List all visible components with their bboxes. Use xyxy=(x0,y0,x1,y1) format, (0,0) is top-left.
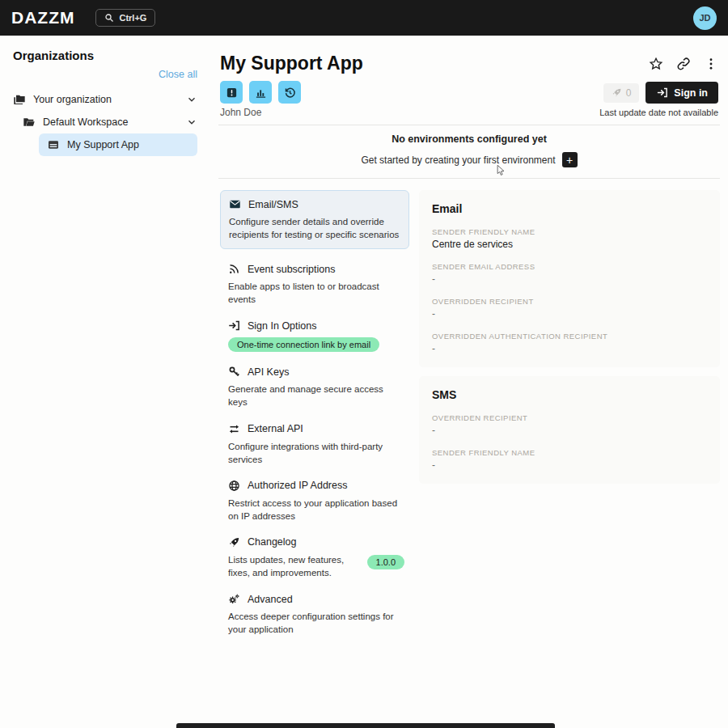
menu-item-description: Generate and manage secure access keys xyxy=(228,383,404,408)
envelope-icon xyxy=(229,198,241,210)
menu-item-label: Authorized IP Address xyxy=(248,480,347,491)
close-all-link[interactable]: Close all xyxy=(13,69,197,80)
app-header: My Support App John Doe xyxy=(218,36,720,125)
environments-banner: No environments configured yet Get start… xyxy=(218,125,720,179)
history-icon xyxy=(284,87,296,99)
sign-in-button[interactable]: Sign in xyxy=(645,82,718,104)
menu-item-email-sms[interactable]: Email/SMS Configure sender details and o… xyxy=(220,190,409,249)
bar-chart-icon xyxy=(255,87,267,99)
history-button[interactable] xyxy=(278,81,301,104)
tree-item-my-support-app[interactable]: My Support App xyxy=(39,133,197,156)
app-info-button[interactable] xyxy=(220,81,243,104)
statistics-button[interactable] xyxy=(249,81,272,104)
menu-item-description: Configure sender details and override re… xyxy=(229,215,400,241)
field-label: OVERRIDEN RECIPIENT xyxy=(432,413,707,422)
organization-tree: Your organization Default Workspace My S… xyxy=(13,88,197,156)
app-logo: DAZZM xyxy=(11,8,74,28)
field-label: OVERRIDDEN RECIPIENT xyxy=(432,297,707,306)
field-label: OVERRIDDEN AUTHENTICATION RECIPIENT xyxy=(432,332,707,341)
card-title: SMS xyxy=(432,388,707,401)
field-value: - xyxy=(432,459,707,471)
field-label: SENDER FRIENDLY NAME xyxy=(432,448,707,457)
field-value: - xyxy=(432,343,707,354)
field-value: - xyxy=(432,273,707,285)
menu-item-label: Advanced xyxy=(248,594,293,605)
field-label: SENDER FRIENDLY NAME xyxy=(432,227,707,236)
boost-count: 0 xyxy=(626,87,632,99)
boost-button[interactable]: 0 xyxy=(603,83,640,103)
menu-item-label: Sign In Options xyxy=(248,320,316,332)
gears-icon xyxy=(228,593,240,605)
kebab-menu-icon[interactable] xyxy=(704,57,718,71)
main-panel: My Support App John Doe xyxy=(210,36,728,728)
environments-subtitle: Get started by creating your first envir… xyxy=(361,154,555,166)
swap-arrows-icon xyxy=(228,423,240,435)
plus-icon: + xyxy=(566,154,573,166)
menu-item-description: Access deeper configuration settings for… xyxy=(228,610,404,636)
menu-item-description: Restrict access to your application base… xyxy=(228,497,404,523)
menu-item-label: Email/SMS xyxy=(248,199,298,210)
card-title: Email xyxy=(432,202,707,215)
field-label: SENDER EMAIL ADDRESS xyxy=(432,262,707,271)
folder-open-icon xyxy=(23,116,36,129)
tree-item-your-organization[interactable]: Your organization xyxy=(13,88,197,111)
sign-in-option-badge: One-time connection link by email xyxy=(228,337,379,352)
header-buttons: 0 Sign in xyxy=(603,82,718,104)
rocket-icon xyxy=(228,536,240,548)
sign-in-label: Sign in xyxy=(674,87,708,99)
menu-item-description: Lists updates, new features, fixes, and … xyxy=(228,553,361,579)
organizations-sidebar: Organizations Close all Your organizatio… xyxy=(0,36,210,728)
email-sms-settings: Email SENDER FRIENDLY NAME Centre de ser… xyxy=(419,190,720,650)
search-icon xyxy=(104,13,114,23)
header-icon-actions xyxy=(649,57,718,71)
owner-name: John Doe xyxy=(220,107,261,118)
menu-item-api-keys[interactable]: API Keys Generate and manage secure acce… xyxy=(228,366,404,408)
menu-item-sign-in-options[interactable]: Sign In Options One-time connection link… xyxy=(228,320,404,352)
menu-item-changelog[interactable]: Changelog Lists updates, new features, f… xyxy=(228,536,404,579)
folders-icon xyxy=(13,93,26,106)
broadcast-icon xyxy=(228,263,240,275)
sign-in-icon xyxy=(228,320,240,332)
tree-item-label: My Support App xyxy=(67,139,139,150)
tree-item-label: Default Workspace xyxy=(43,116,128,128)
changelog-version-badge: 1.0.0 xyxy=(367,555,404,569)
sms-card: SMS OVERRIDEN RECIPIENT - SENDER FRIENDL… xyxy=(419,376,720,484)
add-environment-button[interactable]: + xyxy=(562,152,578,167)
menu-item-label: Changelog xyxy=(248,536,296,548)
sign-in-icon xyxy=(656,87,668,99)
settings-menu: Email/SMS Configure sender details and o… xyxy=(228,190,404,650)
environments-title: No environments configured yet xyxy=(218,133,720,145)
mouse-cursor xyxy=(495,164,507,180)
global-search-button[interactable]: Ctrl+G xyxy=(95,9,155,27)
avatar[interactable]: JD xyxy=(693,6,717,30)
menu-item-label: External API xyxy=(248,423,303,434)
chevron-down-icon[interactable] xyxy=(186,94,197,105)
rocket-icon xyxy=(612,87,622,98)
chevron-down-icon[interactable] xyxy=(186,116,197,128)
menu-item-advanced[interactable]: Advanced Access deeper configuration set… xyxy=(228,593,404,636)
field-value: - xyxy=(432,308,707,320)
menu-item-description: Configure integrations with third-party … xyxy=(228,440,404,466)
menu-item-event-subscriptions[interactable]: Event subscriptions Enable apps to liste… xyxy=(228,263,404,306)
menu-item-authorized-ip[interactable]: Authorized IP Address Restrict access to… xyxy=(228,480,404,523)
email-card: Email SENDER FRIENDLY NAME Centre de ser… xyxy=(419,190,720,367)
favorite-star-icon[interactable] xyxy=(649,57,663,71)
field-value: Centre de services xyxy=(432,239,707,250)
menu-item-label: API Keys xyxy=(248,366,289,378)
window-handle-bar xyxy=(176,723,555,728)
menu-item-description: Enable apps to listen to or broadcast ev… xyxy=(228,280,404,306)
menu-item-external-api[interactable]: External API Configure integrations with… xyxy=(228,423,404,466)
copy-link-icon[interactable] xyxy=(676,57,691,71)
app-window-icon xyxy=(47,138,60,151)
key-icon xyxy=(228,366,240,378)
last-update-text: Last update date not available xyxy=(599,108,718,117)
quick-actions xyxy=(220,81,304,104)
page-title: My Support App xyxy=(220,53,363,74)
tree-item-label: Your organization xyxy=(33,94,112,105)
globe-icon xyxy=(228,480,240,492)
field-value: - xyxy=(432,425,707,436)
menu-item-label: Event subscriptions xyxy=(248,264,335,275)
search-shortcut-label: Ctrl+G xyxy=(119,13,146,23)
topbar: DAZZM Ctrl+G JD xyxy=(0,0,728,36)
tree-item-default-workspace[interactable]: Default Workspace xyxy=(13,111,197,133)
